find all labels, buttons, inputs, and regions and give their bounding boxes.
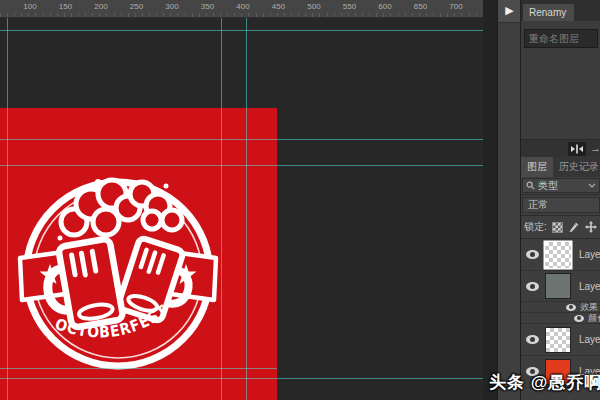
octoberfest-logo: OCTOBERFEST [0,108,277,400]
ruler-label: 250 [130,2,143,11]
ruler-label: 600 [378,2,391,11]
expand-panel-button[interactable]: ▶ [498,0,521,23]
ruler-label: 700 [449,2,462,11]
filter-type-label: 类型 [538,179,558,193]
panel-control-row: → [521,139,600,157]
renamy-panel-body [521,55,600,139]
lock-brush-icon[interactable] [568,221,580,233]
lock-label: 锁定: [524,220,547,234]
ruler-label: 500 [307,2,320,11]
rename-layer-input[interactable] [524,29,598,48]
ruler-label: 450 [272,2,285,11]
lock-position-icon[interactable] [585,221,597,233]
layer-thumbnail[interactable] [545,273,571,299]
layer-thumbnail[interactable] [545,327,571,353]
layer-row[interactable]: Layer [521,271,600,302]
layer-name: Layer [579,281,600,292]
blend-mode-value: 正常 [528,198,548,212]
layer-name: Layer [579,334,600,345]
visibility-eye-icon[interactable] [526,335,539,344]
ruler-label: 150 [59,2,72,11]
layer-row[interactable]: Layer [521,239,600,271]
panel-dock-strip: ▶ [497,0,521,400]
visibility-eye-icon[interactable] [574,315,584,322]
photoshop-window: OCTOBERFEST 1001502002503003504004505005… [0,0,600,400]
ruler-ticks [0,13,483,17]
effect-item-row[interactable]: 颜色 [521,313,600,324]
visibility-eye-icon[interactable] [526,282,539,291]
tab-renamy[interactable]: Renamy [523,4,574,21]
watermark: 头条 @愚乔啊 [489,371,600,394]
canvas-scrollbar-gutter[interactable] [483,0,497,400]
layer-filter-dropdown[interactable]: 类型 [522,178,600,193]
chevron-down-icon [588,183,596,188]
ruler-label: 300 [165,2,178,11]
ruler-label: 100 [23,2,36,11]
panel-tabs: 图层 历史记录 [521,157,600,177]
ruler-label: 400 [236,2,249,11]
visibility-eye-icon[interactable] [566,304,576,311]
layer-thumbnail[interactable] [545,242,571,268]
arrow-right-icon[interactable]: → [590,143,600,154]
tab-history[interactable]: 历史记录 [553,157,600,177]
lock-row: 锁定: [521,216,600,239]
blend-mode-dropdown[interactable]: 正常 [522,197,600,213]
renamy-tabbar: Renamy [521,0,600,21]
visibility-eye-icon[interactable] [526,250,539,259]
ruler-label: 650 [414,2,427,11]
tab-layers[interactable]: 图层 [521,157,553,177]
ruler-label: 550 [343,2,356,11]
search-icon [526,181,535,190]
canvas-viewport[interactable]: OCTOBERFEST 1001502002503003504004505005… [0,0,483,400]
guide-line[interactable] [0,30,492,31]
layer-row[interactable]: Layer [521,324,600,356]
effect-item-label: 颜色 [588,312,600,325]
document-canvas[interactable]: OCTOBERFEST [0,108,277,400]
right-panel: Renamy → 图层 历史记录 [520,0,600,400]
panel-collapse-icon[interactable] [568,142,586,156]
ruler-label: 200 [94,2,107,11]
lock-transparency-icon[interactable] [552,222,563,233]
ruler[interactable]: 1001502002503003504004505005506006507007… [0,0,483,18]
blend-mode-row: 正常 [521,195,600,216]
ruler-label: 350 [201,2,214,11]
layer-filter-row: 类型 [521,177,600,195]
layer-name: Layer [579,249,600,260]
renamy-input-row [521,21,600,55]
